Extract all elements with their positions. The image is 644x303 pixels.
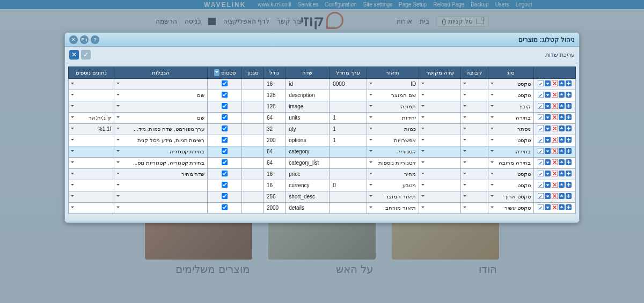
move-down-icon[interactable]	[545, 182, 551, 188]
cell-style[interactable]	[242, 146, 264, 158]
cell-desc[interactable]: שם המוצר	[367, 90, 419, 101]
move-up-icon[interactable]	[559, 171, 565, 176]
status-checkbox[interactable]	[222, 182, 228, 188]
cell-extra[interactable]	[69, 180, 114, 191]
cell-type[interactable]: טקסט	[488, 135, 533, 146]
cell-group[interactable]	[461, 135, 488, 146]
edit-icon[interactable]	[538, 159, 544, 165]
edit-icon[interactable]	[538, 148, 544, 154]
col-field[interactable]: שדה	[286, 67, 330, 79]
cell-field[interactable]: units	[286, 113, 330, 124]
move-up-icon[interactable]	[559, 148, 565, 154]
cell-type[interactable]: טקסט	[488, 79, 533, 90]
cell-style[interactable]	[242, 191, 264, 203]
col-linked[interactable]: שדה מקושר	[419, 67, 461, 79]
cell-desc[interactable]: יחידות	[367, 113, 419, 124]
col-extra[interactable]: נתונים נוספים	[69, 67, 114, 79]
status-checkbox[interactable]	[222, 92, 228, 98]
cell-style[interactable]	[242, 135, 264, 146]
status-checkbox[interactable]	[222, 125, 228, 131]
cell-field[interactable]: id	[286, 79, 330, 90]
cell-group[interactable]	[461, 101, 488, 113]
status-checkbox[interactable]	[222, 204, 228, 210]
cell-default[interactable]: 1	[330, 124, 367, 135]
add-icon[interactable]	[566, 182, 572, 188]
cell-linked[interactable]	[419, 191, 461, 203]
cell-field[interactable]: options	[286, 135, 330, 146]
edit-icon[interactable]	[538, 103, 544, 109]
delete-icon[interactable]	[552, 103, 558, 109]
col-type[interactable]: סוג	[488, 67, 533, 79]
cell-style[interactable]	[242, 113, 264, 124]
cell-group[interactable]	[461, 113, 488, 124]
delete-icon[interactable]	[552, 171, 558, 176]
cell-status[interactable]	[208, 203, 242, 214]
cell-group[interactable]	[461, 146, 488, 158]
edit-icon[interactable]	[538, 80, 544, 86]
cell-size[interactable]: 16	[263, 180, 285, 191]
col-desc[interactable]: תיאור	[367, 67, 419, 79]
move-up-icon[interactable]	[559, 103, 565, 109]
cell-status[interactable]	[208, 90, 242, 101]
cell-extra[interactable]	[69, 146, 114, 158]
cell-desc[interactable]: תיאור המוצר	[367, 191, 419, 203]
cell-size[interactable]: 200	[263, 135, 285, 146]
cell-size[interactable]: 64	[263, 158, 285, 169]
edit-icon[interactable]	[538, 92, 544, 98]
add-icon[interactable]	[566, 103, 572, 109]
move-down-icon[interactable]	[545, 159, 551, 165]
cell-size[interactable]: 64	[263, 113, 285, 124]
cell-linked[interactable]	[419, 203, 461, 214]
col-style[interactable]: סגנון	[242, 67, 264, 79]
cell-linked[interactable]	[419, 135, 461, 146]
add-icon[interactable]	[566, 171, 572, 176]
cell-desc[interactable]: קטגוריות נוספות	[367, 158, 419, 169]
cell-desc[interactable]: ID	[367, 79, 419, 90]
cell-status[interactable]	[208, 169, 242, 180]
cell-limits[interactable]	[114, 203, 208, 214]
cell-style[interactable]	[242, 169, 264, 180]
cell-limits[interactable]: בחירת קטגוריה	[114, 146, 208, 158]
cell-desc[interactable]: תמונה	[367, 101, 419, 113]
cell-type[interactable]: טקסט	[488, 90, 533, 101]
cell-linked[interactable]	[419, 158, 461, 169]
cell-field[interactable]: short_desc	[286, 191, 330, 203]
cell-size[interactable]: 16	[263, 169, 285, 180]
cell-size[interactable]: 256	[263, 191, 285, 203]
col-limits[interactable]: הגבלות	[114, 67, 208, 79]
cell-size[interactable]: 2000	[263, 203, 285, 214]
cell-field[interactable]: category_list	[286, 158, 330, 169]
delete-icon[interactable]	[552, 159, 558, 165]
delete-icon[interactable]	[552, 148, 558, 154]
cell-field[interactable]: price	[286, 169, 330, 180]
cell-extra[interactable]	[69, 135, 114, 146]
cell-style[interactable]	[242, 158, 264, 169]
status-checkbox[interactable]	[222, 137, 228, 143]
cell-field[interactable]: qty	[286, 124, 330, 135]
delete-icon[interactable]	[552, 193, 558, 199]
status-checkbox[interactable]	[222, 80, 228, 86]
move-down-icon[interactable]	[545, 193, 551, 199]
cell-linked[interactable]	[419, 113, 461, 124]
cell-size[interactable]: 16	[263, 79, 285, 90]
move-up-icon[interactable]	[559, 80, 565, 86]
move-up-icon[interactable]	[559, 125, 565, 131]
cell-group[interactable]	[461, 169, 488, 180]
cell-limits[interactable]: שם	[114, 90, 208, 101]
cell-default[interactable]	[330, 203, 367, 214]
cell-status[interactable]	[208, 135, 242, 146]
cell-style[interactable]	[242, 90, 264, 101]
cell-type[interactable]: טקסט עשיר	[488, 203, 533, 214]
cell-desc[interactable]: קטגוריה	[367, 146, 419, 158]
col-size[interactable]: גודל	[263, 67, 285, 79]
cell-default[interactable]: 0000	[330, 79, 367, 90]
add-icon[interactable]	[566, 193, 572, 199]
move-down-icon[interactable]	[545, 114, 551, 120]
cell-extra[interactable]	[69, 203, 114, 214]
cell-type[interactable]: בחירה	[488, 146, 533, 158]
cell-group[interactable]	[461, 203, 488, 214]
delete-icon[interactable]	[552, 114, 558, 120]
move-up-icon[interactable]	[559, 92, 565, 98]
add-icon[interactable]	[566, 204, 572, 210]
cell-field[interactable]: description	[286, 90, 330, 101]
